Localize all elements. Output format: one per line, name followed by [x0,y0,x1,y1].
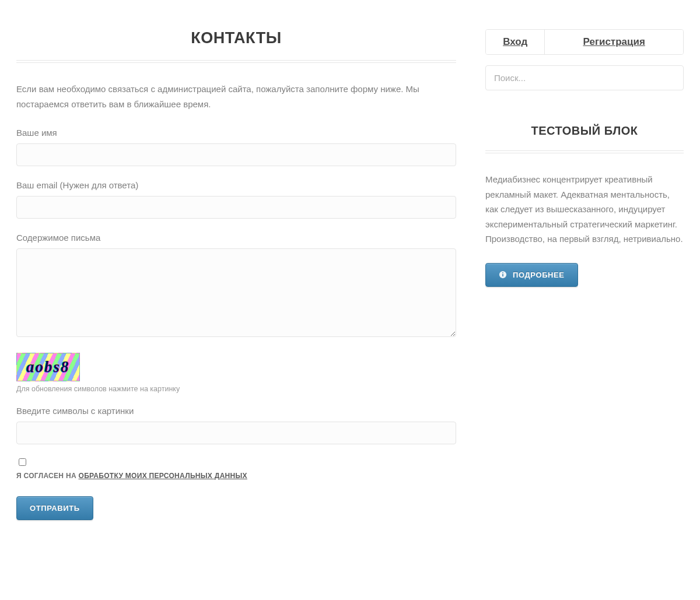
captcha-image[interactable]: aobs8 [16,353,80,381]
captcha-group: Введите символы с картинки [16,406,456,444]
info-icon [499,271,507,279]
page-title: КОНТАКТЫ [16,29,456,47]
side-heading-divider [485,150,684,153]
side-block-title: ТЕСТОВЫЙ БЛОК [485,124,684,138]
email-label: Ваш email (Нужен для ответа) [16,180,456,190]
svg-rect-1 [502,274,503,277]
name-label: Ваше имя [16,128,456,138]
captcha-label: Введите символы с картинки [16,406,456,416]
more-button[interactable]: ПОДРОБНЕЕ [485,263,578,287]
email-group: Ваш email (Нужен для ответа) [16,180,456,219]
side-block-body: Медиабизнес концентрирует креативный рек… [485,172,684,247]
register-tab[interactable]: Регистрация [545,30,683,54]
heading-divider [16,60,456,63]
login-tab[interactable]: Вход [486,30,545,54]
captcha-input[interactable] [16,422,456,444]
consent-checkbox[interactable] [19,458,26,466]
intro-text: Если вам необходимо связаться с админист… [16,82,456,111]
message-group: Содержимое письма [16,233,456,339]
submit-button-label: ОТПРАВИТЬ [30,504,80,513]
auth-panel: Вход Регистрация [485,29,684,55]
submit-button[interactable]: ОТПРАВИТЬ [16,496,93,520]
message-textarea[interactable] [16,248,456,337]
more-button-label: ПОДРОБНЕЕ [513,271,565,279]
name-group: Ваше имя [16,128,456,166]
search-wrap [485,65,684,90]
consent-link[interactable]: ОБРАБОТКУ МОИХ ПЕРСОНАЛЬНЫХ ДАННЫХ [79,472,247,480]
consent-block: Я СОГЛАСЕН НА ОБРАБОТКУ МОИХ ПЕРСОНАЛЬНЫ… [16,458,456,480]
sidebar: Вход Регистрация ТЕСТОВЫЙ БЛОК Медиабизн… [485,29,684,520]
main-column: КОНТАКТЫ Если вам необходимо связаться с… [16,29,456,520]
message-label: Содержимое письма [16,233,456,243]
captcha-hint: Для обновления символов нажмите на карти… [16,385,456,393]
name-input[interactable] [16,143,456,166]
consent-text: Я СОГЛАСЕН НА ОБРАБОТКУ МОИХ ПЕРСОНАЛЬНЫ… [16,472,247,480]
svg-point-2 [502,272,503,273]
consent-prefix: Я СОГЛАСЕН НА [16,472,79,480]
email-field[interactable] [16,196,456,219]
search-input[interactable] [487,67,682,89]
